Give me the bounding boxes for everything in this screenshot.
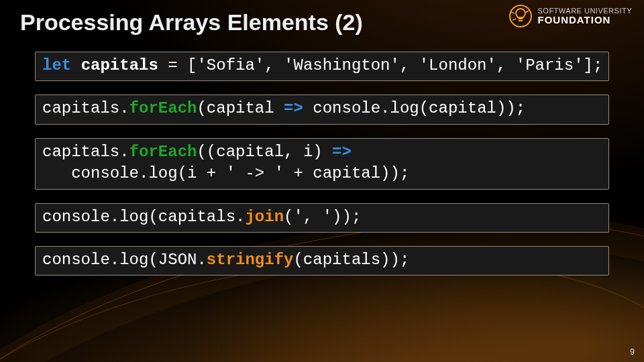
code-text: console.log(JSON. [42,251,207,269]
code-block-5: console.log(JSON.stringify(capitals)); [35,246,609,276]
keyword-let: let [42,56,71,74]
page-number: 9 [630,347,635,357]
code-text: capitals. [42,143,129,161]
code-text: console.log(capitals. [42,208,245,226]
code-block-2: capitals.forEach(capital => console.log(… [35,95,609,124]
arrow-icon: => [284,99,303,117]
fn-join: join [245,208,284,226]
code-text: (capitals)); [293,251,409,269]
code-text: ((capital, i) [197,143,332,161]
code-text: capitals. [42,99,129,117]
fn-foreach: forEach [129,143,197,161]
code-block-4: console.log(capitals.join(', ')); [35,203,609,233]
fn-foreach: forEach [129,99,197,117]
slide-content: Processing Arrays Elements (2) let capit… [0,0,644,276]
fn-stringify: stringify [207,251,294,269]
code-text: = ['Sofia', 'Washington', 'London', 'Par… [158,56,603,74]
code-text: (capital [197,99,284,117]
arrow-icon: => [332,143,352,161]
code-block-3: capitals.forEach((capital, i) => console… [35,138,609,190]
code-block-1: let capitals = ['Sofia', 'Washington', '… [35,52,609,81]
code-text [71,56,80,74]
code-text: (', ')); [284,208,361,226]
slide-title: Processing Arrays Elements (2) [20,9,625,36]
code-text: console.log(i + ' -> ' + capital)); [42,164,409,182]
code-text: console.log(capital)); [303,99,525,117]
identifier-capitals: capitals [81,56,158,74]
